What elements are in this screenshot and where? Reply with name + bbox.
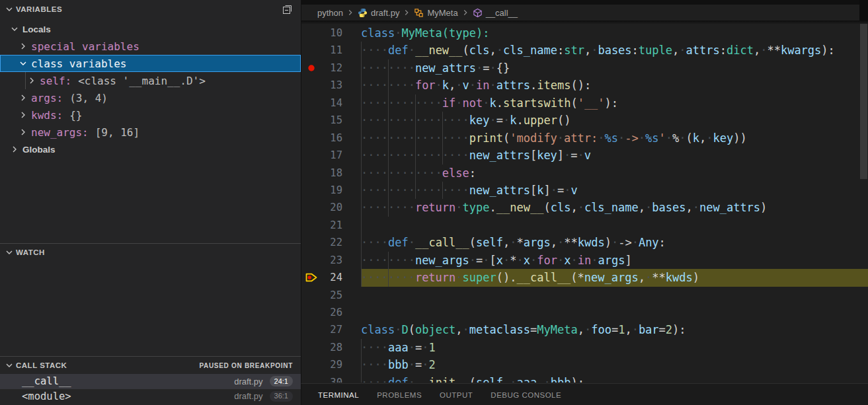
- editor-gutter[interactable]: 30: [301, 374, 361, 383]
- code-line-content[interactable]: [361, 217, 868, 234]
- editor-gutter[interactable]: 29: [301, 356, 361, 373]
- editor-gutter[interactable]: 26: [301, 304, 361, 321]
- code-line-content[interactable]: ····bbb·=·2: [361, 356, 868, 373]
- breadcrumb-item--call-[interactable]: __call__: [473, 8, 518, 18]
- editor-gutter[interactable]: 25: [301, 287, 361, 304]
- panel-tab-debug-console[interactable]: DEBUG CONSOLE: [491, 391, 561, 399]
- panel-tab-problems[interactable]: PROBLEMS: [377, 391, 422, 399]
- editor-gutter[interactable]: 10: [301, 24, 361, 42]
- chevron-right-icon[interactable]: [18, 41, 28, 52]
- code-line[interactable]: 21: [301, 217, 868, 234]
- editor-gutter[interactable]: 21: [301, 217, 361, 234]
- code-line-content[interactable]: ····def·__init__(self,·aaa,·bbb):: [361, 374, 868, 383]
- code-line[interactable]: 14············if·not·k.startswith('__'):: [301, 94, 868, 112]
- variable-value: {}: [69, 109, 82, 122]
- chevron-right-icon[interactable]: [9, 144, 20, 155]
- variables-row[interactable]: self:<class '__main__.D'>: [0, 72, 301, 89]
- editor-gutter[interactable]: 20: [301, 199, 361, 216]
- code-line[interactable]: 13········for·k,·v·in·attrs.items():: [301, 77, 868, 94]
- editor-gutter[interactable]: 13: [301, 77, 361, 94]
- code-line-content[interactable]: ········new_attrs·=·{}: [361, 59, 868, 77]
- chevron-right-icon[interactable]: [26, 75, 37, 86]
- code-line-content[interactable]: ····def·__new__(cls,·cls_name:str,·bases…: [361, 42, 868, 59]
- chevron-right-icon[interactable]: [18, 127, 28, 137]
- editor-gutter[interactable]: 18: [301, 165, 361, 182]
- code-line-content[interactable]: ········return·super().__call__(*new_arg…: [361, 269, 868, 286]
- code-line[interactable]: 26: [301, 304, 868, 321]
- code-line[interactable]: 17················new_attrs[key]·=·v: [301, 147, 868, 164]
- code-line[interactable]: 30····def·__init__(self,·aaa,·bbb):: [301, 374, 868, 383]
- variables-row[interactable]: new_args:[9, 16]: [0, 124, 301, 141]
- code-line-content[interactable]: class·D(object,·metaclass=MyMeta,·foo=1,…: [361, 321, 868, 338]
- code-line-content[interactable]: ················key·=·k.upper(): [361, 112, 868, 129]
- editor-scrollbar[interactable]: [859, 20, 868, 383]
- code-line[interactable]: 28····aaa·=·1: [301, 339, 868, 356]
- chevron-down-icon[interactable]: [9, 24, 20, 34]
- code-line[interactable]: 12········new_attrs·=·{}: [301, 59, 868, 77]
- code-line-content[interactable]: ····def·__call__(self,·*args,·**kwds)·->…: [361, 234, 868, 251]
- panel-tab-output[interactable]: OUTPUT: [440, 391, 473, 399]
- scrollbar-slider[interactable]: [860, 24, 867, 179]
- code-line[interactable]: 24········return·super().__call__(*new_a…: [301, 269, 868, 286]
- watch-header[interactable]: WATCH: [0, 244, 301, 261]
- code-line[interactable]: 20········return·type.__new__(cls,·cls_n…: [301, 199, 868, 216]
- variables-row[interactable]: class variables: [0, 55, 301, 72]
- variables-row[interactable]: Locals: [0, 20, 301, 38]
- editor-gutter[interactable]: 16: [301, 129, 361, 147]
- code-line[interactable]: 15················key·=·k.upper(): [301, 112, 868, 129]
- code-line[interactable]: 18············else:: [301, 165, 868, 182]
- variables-row[interactable]: args:(3, 4): [0, 89, 301, 106]
- breadcrumb-item-mymeta[interactable]: MyMeta: [414, 8, 457, 18]
- code-line[interactable]: 19················new_attrs[k]·=·v: [301, 182, 868, 199]
- code-line-content[interactable]: class·MyMeta(type):: [361, 24, 868, 42]
- variables-header[interactable]: VARIABLES: [0, 0, 301, 18]
- breadcrumb-item-draft-py[interactable]: draft.py: [358, 8, 399, 18]
- editor-gutter[interactable]: 28: [301, 339, 361, 356]
- code-line[interactable]: 11····def·__new__(cls,·cls_name:str,·bas…: [301, 42, 868, 59]
- code-token: ·: [517, 254, 524, 267]
- stack-frame-row[interactable]: __call__draft.py24:1: [0, 374, 301, 389]
- editor-gutter[interactable]: 15: [301, 112, 361, 129]
- variables-row[interactable]: Globals: [0, 141, 301, 158]
- code-line[interactable]: 27class·D(object,·metaclass=MyMeta,·foo=…: [301, 321, 868, 338]
- variables-row[interactable]: special variables: [0, 38, 301, 55]
- editor-gutter[interactable]: 19: [301, 182, 361, 199]
- code-line[interactable]: 29····bbb·=·2: [301, 356, 868, 373]
- code-line[interactable]: 25: [301, 287, 868, 304]
- code-line-content[interactable]: ····aaa·=·1: [361, 339, 868, 356]
- editor-gutter[interactable]: 22: [301, 234, 361, 251]
- chevron-right-icon[interactable]: [18, 92, 28, 103]
- code-line-content[interactable]: ············else:: [361, 165, 868, 182]
- editor-gutter[interactable]: 24: [301, 269, 361, 286]
- code-line-content[interactable]: ········return·type.__new__(cls,·cls_nam…: [361, 199, 868, 216]
- editor-gutter[interactable]: 12: [301, 59, 361, 77]
- code-line-content[interactable]: ················new_attrs[k]·=·v: [361, 182, 868, 199]
- code-line-content[interactable]: ················new_attrs[key]·=·v: [361, 147, 868, 164]
- collapse-all-icon[interactable]: [282, 4, 293, 15]
- chevron-right-icon[interactable]: [18, 110, 28, 120]
- code-line[interactable]: 23········new_args·=·[x·*·x·for·x·in·arg…: [301, 252, 868, 269]
- code-line-content[interactable]: ················print('modify·attr:·%s·-…: [361, 129, 868, 147]
- code-line-content[interactable]: ········for·k,·v·in·attrs.items():: [361, 77, 868, 94]
- editor-gutter[interactable]: 14: [301, 94, 361, 112]
- code-line-content[interactable]: [361, 304, 868, 321]
- code-line[interactable]: 10class·MyMeta(type):: [301, 24, 868, 42]
- code-line-content[interactable]: ············if·not·k.startswith('__'):: [361, 94, 868, 112]
- code-line[interactable]: 16················print('modify·attr:·%s…: [301, 129, 868, 147]
- code-line-content[interactable]: ········new_args·=·[x·*·x·for·x·in·args]: [361, 252, 868, 269]
- breakpoint-icon[interactable]: [305, 62, 317, 74]
- variables-row[interactable]: kwds:{}: [0, 106, 301, 124]
- editor-gutter[interactable]: 17: [301, 147, 361, 164]
- chevron-down-icon[interactable]: [18, 58, 28, 69]
- editor-gutter[interactable]: 23: [301, 252, 361, 269]
- panel-tab-terminal[interactable]: TERMINAL: [318, 391, 359, 399]
- editor-gutter[interactable]: 11: [301, 42, 361, 59]
- code-line[interactable]: 22····def·__call__(self,·*args,·**kwds)·…: [301, 234, 868, 251]
- code-area[interactable]: 10class·MyMeta(type):11····def·__new__(c…: [301, 20, 868, 383]
- editor-gutter[interactable]: 27: [301, 321, 361, 338]
- code-line-content[interactable]: [361, 287, 868, 304]
- stack-frame-row[interactable]: <module>draft.py36:1: [0, 389, 301, 404]
- call-stack-header[interactable]: CALL STACK PAUSED ON BREAKPOINT: [0, 357, 301, 374]
- breadcrumb-item-python[interactable]: python: [317, 8, 343, 18]
- variable-name: new_args:: [31, 126, 89, 139]
